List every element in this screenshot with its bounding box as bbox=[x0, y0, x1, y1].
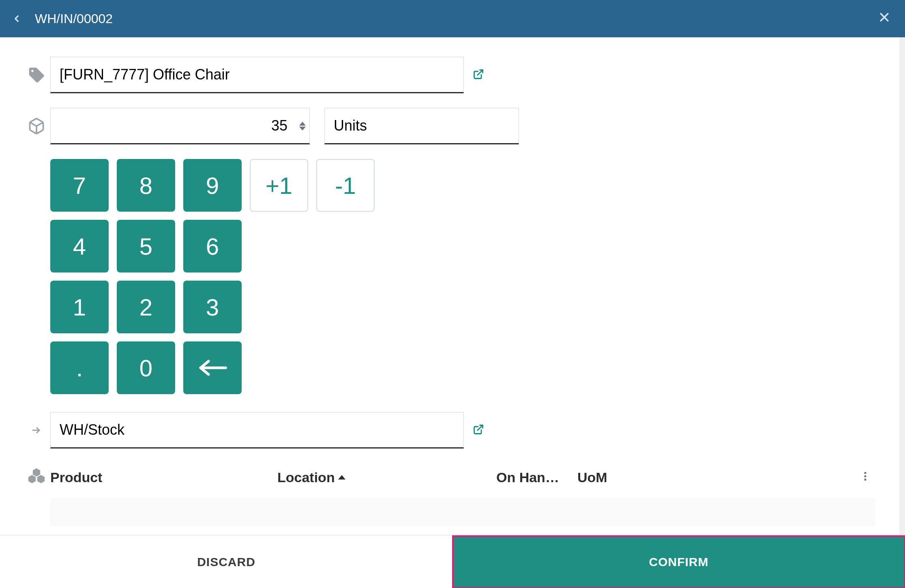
numpad-plus-one[interactable]: +1 bbox=[250, 159, 308, 212]
back-button[interactable] bbox=[11, 13, 22, 24]
external-link-icon[interactable] bbox=[473, 69, 484, 82]
svg-point-10 bbox=[864, 472, 866, 474]
numpad-2[interactable]: 2 bbox=[117, 281, 175, 333]
column-onhand[interactable]: On Han… bbox=[496, 470, 569, 485]
discard-button[interactable]: DISCARD bbox=[0, 536, 452, 588]
numpad-4[interactable]: 4 bbox=[50, 220, 109, 273]
svg-line-8 bbox=[478, 425, 483, 431]
location-input[interactable] bbox=[50, 412, 464, 449]
numpad-backspace[interactable] bbox=[183, 341, 242, 394]
cube-icon bbox=[28, 117, 50, 135]
arrow-right-icon bbox=[28, 425, 50, 435]
numpad-3[interactable]: 3 bbox=[183, 281, 242, 333]
stock-table-header: Product Location On Han… UoM bbox=[0, 463, 899, 491]
stock-table-body bbox=[50, 498, 875, 526]
numpad-9[interactable]: 9 bbox=[183, 159, 242, 212]
svg-marker-4 bbox=[299, 122, 306, 126]
numpad-8[interactable]: 8 bbox=[117, 159, 175, 212]
quantity-input[interactable] bbox=[50, 108, 310, 144]
chevron-up-icon[interactable] bbox=[299, 122, 306, 126]
kebab-menu[interactable] bbox=[860, 470, 871, 485]
numpad-5[interactable]: 5 bbox=[117, 220, 175, 273]
column-location-label: Location bbox=[277, 470, 335, 485]
numpad-0[interactable]: 0 bbox=[117, 341, 175, 394]
numpad-dot[interactable]: . bbox=[50, 341, 109, 394]
modal-header: WH/IN/00002 bbox=[0, 0, 905, 37]
quantity-row bbox=[0, 108, 899, 144]
numpad-7[interactable]: 7 bbox=[50, 159, 109, 212]
tag-icon bbox=[28, 66, 50, 84]
svg-marker-5 bbox=[299, 127, 306, 131]
svg-point-11 bbox=[864, 475, 866, 477]
numpad: 789+1-1456123.0 bbox=[0, 159, 899, 394]
numpad-minus-one[interactable]: -1 bbox=[316, 159, 375, 212]
chevron-down-icon[interactable] bbox=[299, 127, 306, 131]
uom-input[interactable] bbox=[324, 108, 519, 144]
confirm-button[interactable]: CONFIRM bbox=[452, 536, 905, 588]
modal-title: WH/IN/00002 bbox=[35, 11, 113, 26]
column-location[interactable]: Location bbox=[277, 470, 496, 485]
product-row bbox=[0, 57, 899, 93]
column-product[interactable]: Product bbox=[50, 470, 277, 485]
sort-asc-icon bbox=[338, 475, 345, 480]
external-link-icon[interactable] bbox=[473, 424, 484, 437]
close-button[interactable] bbox=[878, 11, 890, 27]
svg-line-2 bbox=[478, 70, 483, 75]
numpad-6[interactable]: 6 bbox=[183, 220, 242, 273]
modal-footer: DISCARD CONFIRM bbox=[0, 535, 905, 588]
quantity-spinner[interactable] bbox=[299, 122, 306, 131]
product-input[interactable] bbox=[50, 57, 464, 93]
location-row bbox=[0, 412, 899, 449]
column-uom[interactable]: UoM bbox=[577, 470, 638, 485]
modal-body: 789+1-1456123.0 Product Location On Han…… bbox=[0, 37, 905, 535]
numpad-1[interactable]: 1 bbox=[50, 281, 109, 333]
cubes-icon bbox=[28, 467, 50, 488]
svg-point-12 bbox=[864, 479, 866, 481]
svg-marker-9 bbox=[338, 475, 345, 480]
